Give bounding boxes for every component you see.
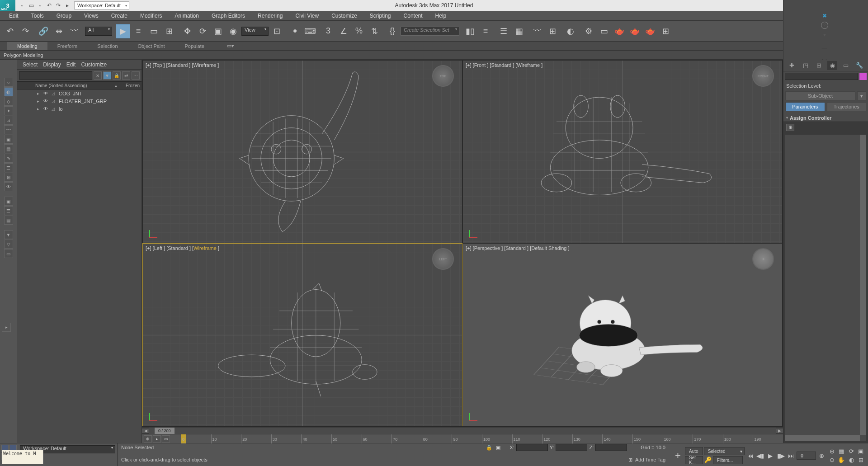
se-tool-7[interactable]: ▣ <box>4 135 13 144</box>
selection-filter-dropdown[interactable]: All <box>85 27 112 36</box>
time-next-icon[interactable]: ▶ <box>776 428 783 433</box>
parameters-button[interactable]: Parameters <box>785 102 825 111</box>
col-name[interactable]: Name (Sorted Ascending) <box>35 83 115 88</box>
cp-hierarchy-icon[interactable]: ⊞ <box>814 61 824 70</box>
tab-populate[interactable]: Populate <box>175 42 214 50</box>
minimize-button[interactable]: — <box>816 42 834 53</box>
vis-icon[interactable]: 👁 <box>43 106 50 111</box>
keyfilter-dropdown[interactable]: Selected▾ <box>704 447 745 455</box>
mirror-button[interactable]: ▮▯ <box>463 24 477 38</box>
viewport-top-label[interactable]: [+] [Top ] [Standard ] [Wireframe ] <box>146 62 219 68</box>
goto-end-button[interactable]: ⏭ <box>787 451 796 461</box>
refcoord-dropdown[interactable]: View <box>241 27 269 36</box>
tree-row[interactable]: ▸ 👁 ◿ FLOATER_JNT_GRP <box>17 97 142 105</box>
maxscript-listener[interactable]: Welcome to M <box>2 450 43 464</box>
tree-row[interactable]: ▸ 👁 ◿ COG_JNT <box>17 89 142 97</box>
se-tool-3[interactable]: ◇ <box>4 97 13 106</box>
autokey-button[interactable]: Auto <box>685 447 703 455</box>
scene-filter-input[interactable] <box>19 71 92 80</box>
se-tool-13[interactable]: ▣ <box>4 197 13 206</box>
add-time-tag[interactable]: Add Time Tag <box>635 457 665 462</box>
vis-icon[interactable]: 👁 <box>43 99 50 104</box>
percent-snap-button[interactable]: % <box>352 24 366 38</box>
prev-frame-button[interactable]: ◀▮ <box>755 451 765 461</box>
nav-5[interactable]: ⟳ <box>847 447 856 456</box>
selection-set-dropdown[interactable]: Create Selection Set <box>401 27 459 36</box>
menu-rendering[interactable]: Rendering <box>251 11 289 20</box>
next-frame-button[interactable]: ▮▶ <box>776 451 786 461</box>
se-menu-display[interactable]: Display <box>43 61 61 68</box>
menu-edit[interactable]: Edit <box>3 11 25 20</box>
vis-icon[interactable]: 👁 <box>43 91 50 96</box>
goto-start-button[interactable]: ⏮ <box>745 451 755 461</box>
keymode-icon[interactable]: 🔑 <box>704 456 712 463</box>
menu-tools[interactable]: Tools <box>25 11 50 20</box>
unlink-button[interactable]: ⇹ <box>52 24 66 38</box>
menu-create[interactable]: Create <box>105 11 134 20</box>
viewport-left[interactable]: [+] [Left ] [Standard ] [Wireframe ] LEF… <box>143 244 462 426</box>
help-icon[interactable]: ? <box>821 22 828 29</box>
se-tool-4[interactable]: ✦ <box>4 106 13 115</box>
se-tool-9[interactable]: ✎ <box>4 154 13 163</box>
tab-freeform[interactable]: Freeform <box>47 42 88 50</box>
object-name-input[interactable] <box>785 73 858 80</box>
se-tool-8[interactable]: ▤ <box>4 144 13 153</box>
viewport-top[interactable]: [+] [Top ] [Standard ] [Wireframe ] TOP <box>143 61 462 243</box>
menu-group[interactable]: Group <box>50 11 78 20</box>
menu-views[interactable]: Views <box>78 11 105 20</box>
se-tool-6[interactable]: 〰 <box>4 125 13 134</box>
viewport-front[interactable]: [+] [Front ] [Standard ] [Wireframe ] FR… <box>463 61 782 243</box>
workspace-dropdown[interactable]: Workspace: Default <box>74 1 129 9</box>
flyout-toggle[interactable]: ▸ <box>2 323 11 332</box>
keymode-button[interactable]: ⌨ <box>303 24 317 38</box>
menu-scripting[interactable]: Scripting <box>363 11 397 20</box>
render-prod-button[interactable]: 🫖 <box>643 24 657 38</box>
subobject-dd[interactable]: ▾ <box>857 91 866 100</box>
z-input[interactable] <box>595 444 627 451</box>
tab-objectpaint[interactable]: Object Paint <box>128 42 175 50</box>
setkey-button[interactable]: Set K... <box>685 456 703 464</box>
render-frame-button[interactable]: ▭ <box>597 24 611 38</box>
se-tool-16[interactable]: ▼ <box>4 230 13 239</box>
save-icon[interactable]: ▫ <box>36 1 44 9</box>
se-tool-14[interactable]: ☰ <box>4 206 13 215</box>
time-prev-icon[interactable]: ◀ <box>142 428 149 433</box>
cp-utilities-icon[interactable]: 🔧 <box>854 61 864 70</box>
undo-icon[interactable]: ↶ <box>45 1 53 9</box>
cp-motion-icon[interactable]: ◉ <box>827 61 837 70</box>
se-clear-icon[interactable]: ✕ <box>94 71 102 80</box>
menu-modifiers[interactable]: Modifiers <box>134 11 169 20</box>
se-more-icon[interactable]: ⋯ <box>132 71 140 80</box>
assign-icon[interactable]: ⊕ <box>786 124 794 131</box>
select-region-button[interactable]: ▭ <box>146 24 161 38</box>
setkey-large-button[interactable]: + <box>672 448 684 463</box>
menu-customize[interactable]: Customize <box>325 11 363 20</box>
time-slider-bar[interactable]: ◀ 0 / 200 ▶ <box>142 427 783 434</box>
tree-row[interactable]: ▸ 👁 ◿ lo <box>17 105 142 113</box>
tr-tool-3[interactable]: ▭ <box>162 435 170 442</box>
se-tool-11[interactable]: ⊞ <box>4 173 13 182</box>
lock-icon[interactable]: 🔒 <box>486 445 492 451</box>
time-slider-handle[interactable]: 0 / 200 <box>155 428 175 434</box>
isolate-icon[interactable]: ▣ <box>496 445 500 451</box>
new-icon[interactable]: ▫ <box>18 1 26 9</box>
nav-6[interactable]: ▣ <box>856 447 865 456</box>
app-logo[interactable]: 3 <box>0 0 15 11</box>
redo-icon[interactable]: ↷ <box>54 1 62 9</box>
tab-selection[interactable]: Selection <box>87 42 127 50</box>
menu-content[interactable]: Content <box>397 11 429 20</box>
open-icon[interactable]: ▭ <box>27 1 35 9</box>
bind-button[interactable]: 〰 <box>67 24 81 38</box>
select-button[interactable]: ▶ <box>116 24 130 38</box>
time-config-button[interactable]: ⊕ <box>817 451 826 461</box>
render-setup-button[interactable]: ⚙ <box>581 24 596 38</box>
se-menu-customize[interactable]: Customize <box>81 61 107 68</box>
y-input[interactable] <box>556 444 587 451</box>
x-input[interactable] <box>516 444 548 451</box>
tr-tool-1[interactable]: ⊕ <box>144 435 152 442</box>
undo-button[interactable]: ↶ <box>3 24 17 38</box>
link-button[interactable]: 🔗 <box>36 24 51 38</box>
se-tool-1[interactable]: ○ <box>4 78 13 87</box>
expand-icon[interactable]: ▸ <box>37 99 42 104</box>
rollout-header[interactable]: Assign Controller <box>783 114 868 122</box>
